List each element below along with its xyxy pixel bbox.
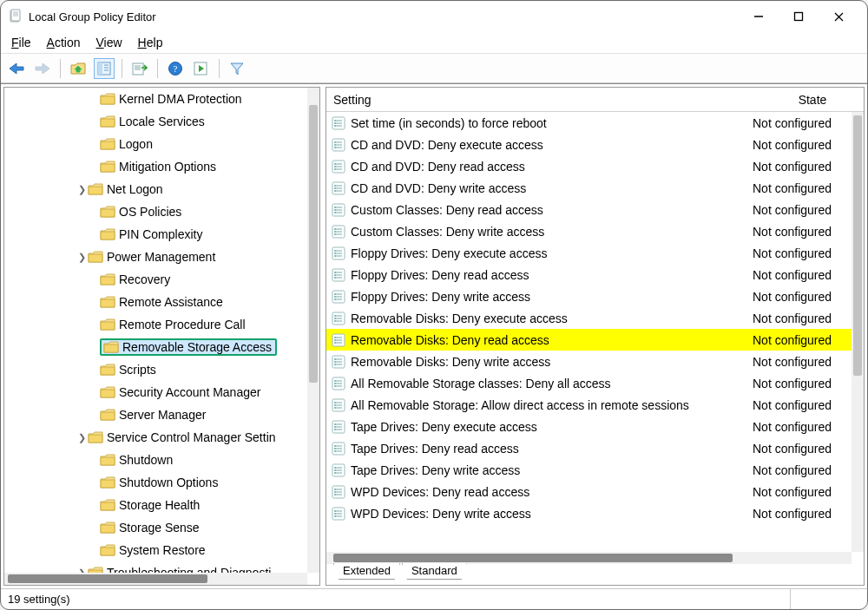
- list-row-setting: Custom Classes: Deny write access: [351, 225, 544, 239]
- column-setting[interactable]: Setting: [326, 93, 761, 107]
- setting-icon: [332, 420, 345, 434]
- tree-item[interactable]: OS Policies: [4, 200, 307, 223]
- list-row[interactable]: Removable Disks: Deny read accessNot con…: [326, 329, 852, 351]
- list-row-setting: CD and DVD: Deny read access: [351, 160, 525, 174]
- tree-item[interactable]: Storage Sense: [4, 516, 307, 539]
- setting-icon: [332, 398, 345, 412]
- tree-item[interactable]: Server Manager: [4, 403, 307, 426]
- folder-icon: [100, 499, 115, 512]
- tree-item[interactable]: Storage Health: [4, 494, 307, 516]
- setting-icon: [332, 485, 345, 499]
- column-state[interactable]: State: [761, 93, 864, 107]
- list-content[interactable]: Set time (in seconds) to force rebootNot…: [326, 112, 852, 552]
- tree-item[interactable]: Shutdown Options: [4, 471, 307, 494]
- forward-button[interactable]: [32, 58, 53, 79]
- list-row-setting: CD and DVD: Deny write access: [351, 181, 526, 195]
- folder-icon: [100, 228, 115, 241]
- tree-item[interactable]: System Restore: [4, 539, 307, 561]
- chevron-right-icon[interactable]: ❯: [76, 252, 88, 263]
- list-row-state: Not configured: [749, 116, 852, 130]
- list-row[interactable]: All Removable Storage: Allow direct acce…: [326, 394, 852, 416]
- tree-vertical-scrollbar[interactable]: [307, 88, 319, 573]
- folder-icon: [88, 567, 103, 574]
- tree-item[interactable]: ❯Troubleshooting and Diagnosti: [4, 561, 307, 573]
- folder-icon: [88, 431, 103, 444]
- tree-item[interactable]: Logon: [4, 133, 307, 155]
- list-row[interactable]: Floppy Drives: Deny write accessNot conf…: [326, 285, 852, 307]
- tree-item[interactable]: Kernel DMA Protection: [4, 88, 307, 110]
- folder-icon: [100, 296, 115, 309]
- help-button[interactable]: ?: [165, 58, 186, 79]
- filter-button[interactable]: [227, 58, 247, 79]
- list-row[interactable]: WPD Devices: Deny write accessNot config…: [326, 502, 852, 524]
- tree-item[interactable]: Remote Procedure Call: [4, 313, 307, 336]
- list-row-setting: Custom Classes: Deny read access: [351, 203, 543, 217]
- setting-icon: [332, 463, 345, 477]
- tree-item[interactable]: ❯Power Management: [4, 246, 307, 268]
- list-row[interactable]: Floppy Drives: Deny execute accessNot co…: [326, 242, 852, 264]
- setting-icon: [332, 442, 345, 456]
- list-vertical-scrollbar[interactable]: [852, 112, 864, 552]
- menu-help[interactable]: Help: [138, 36, 163, 49]
- tree-item[interactable]: ❯Service Control Manager Settin: [4, 426, 307, 449]
- tree-item[interactable]: Remote Assistance: [4, 291, 307, 313]
- list-row[interactable]: WPD Devices: Deny read accessNot configu…: [326, 481, 852, 502]
- list-row[interactable]: CD and DVD: Deny execute accessNot confi…: [326, 134, 852, 155]
- menu-action[interactable]: Action: [47, 36, 81, 49]
- client-area: Kernel DMA ProtectionLocale ServicesLogo…: [1, 83, 867, 588]
- list-row[interactable]: Tape Drives: Deny execute accessNot conf…: [326, 416, 852, 437]
- list-row[interactable]: Custom Classes: Deny read accessNot conf…: [326, 199, 852, 220]
- export-button[interactable]: [129, 58, 150, 79]
- back-button[interactable]: [6, 58, 27, 79]
- list-row[interactable]: CD and DVD: Deny read accessNot configur…: [326, 155, 852, 177]
- list-row[interactable]: Removable Disks: Deny write accessNot co…: [326, 351, 852, 372]
- tree-item[interactable]: Scripts: [4, 358, 307, 381]
- menu-file[interactable]: File: [11, 36, 31, 49]
- run-button[interactable]: [191, 58, 212, 79]
- window-controls: [739, 3, 858, 30]
- minimize-button[interactable]: [739, 3, 779, 30]
- tree-item-label: Storage Health: [119, 498, 200, 512]
- show-hide-tree-button[interactable]: [94, 58, 115, 79]
- maximize-button[interactable]: [779, 3, 819, 30]
- tree-item[interactable]: PIN Complexity: [4, 223, 307, 246]
- up-button[interactable]: [68, 58, 89, 79]
- list-row-setting: Floppy Drives: Deny read access: [351, 268, 529, 282]
- toolbar: ?: [1, 54, 867, 83]
- tree-item[interactable]: Mitigation Options: [4, 155, 307, 178]
- folder-icon: [100, 273, 115, 286]
- list-row[interactable]: All Removable Storage classes: Deny all …: [326, 372, 852, 394]
- list-row[interactable]: Tape Drives: Deny write accessNot config…: [326, 459, 852, 481]
- tree-item[interactable]: Security Account Manager: [4, 381, 307, 403]
- tree-item-label: Kernel DMA Protection: [119, 92, 242, 106]
- folder-icon: [100, 161, 115, 174]
- list-row[interactable]: Tape Drives: Deny read accessNot configu…: [326, 437, 852, 459]
- svg-rect-6: [795, 13, 803, 21]
- list-row-state: Not configured: [749, 355, 852, 369]
- tab-standard[interactable]: Standard: [402, 563, 467, 580]
- tree-item[interactable]: Locale Services: [4, 110, 307, 133]
- tree-horizontal-scrollbar[interactable]: [4, 573, 307, 585]
- list-row[interactable]: Set time (in seconds) to force rebootNot…: [326, 112, 852, 134]
- setting-icon: [332, 377, 345, 390]
- tree-item[interactable]: Shutdown: [4, 449, 307, 471]
- list-row-state: Not configured: [749, 268, 852, 282]
- list-row[interactable]: CD and DVD: Deny write accessNot configu…: [326, 177, 852, 199]
- list-row-setting: WPD Devices: Deny write access: [351, 507, 531, 521]
- folder-icon: [100, 318, 115, 331]
- chevron-right-icon[interactable]: ❯: [76, 432, 88, 443]
- list-row[interactable]: Custom Classes: Deny write accessNot con…: [326, 220, 852, 242]
- tree-item[interactable]: Removable Storage Access: [4, 336, 307, 358]
- tree-item[interactable]: Recovery: [4, 268, 307, 291]
- list-row-state: Not configured: [749, 463, 852, 477]
- list-row[interactable]: Floppy Drives: Deny read accessNot confi…: [326, 264, 852, 285]
- list-horizontal-scrollbar[interactable]: [326, 552, 852, 564]
- tab-extended[interactable]: Extended: [333, 563, 400, 580]
- menu-view[interactable]: View: [96, 36, 122, 49]
- chevron-right-icon[interactable]: ❯: [76, 184, 88, 195]
- tree-item[interactable]: ❯Net Logon: [4, 178, 307, 200]
- tree-content[interactable]: Kernel DMA ProtectionLocale ServicesLogo…: [4, 88, 307, 573]
- list-row[interactable]: Removable Disks: Deny execute accessNot …: [326, 307, 852, 329]
- close-button[interactable]: [819, 3, 858, 30]
- list-row-state: Not configured: [749, 442, 852, 456]
